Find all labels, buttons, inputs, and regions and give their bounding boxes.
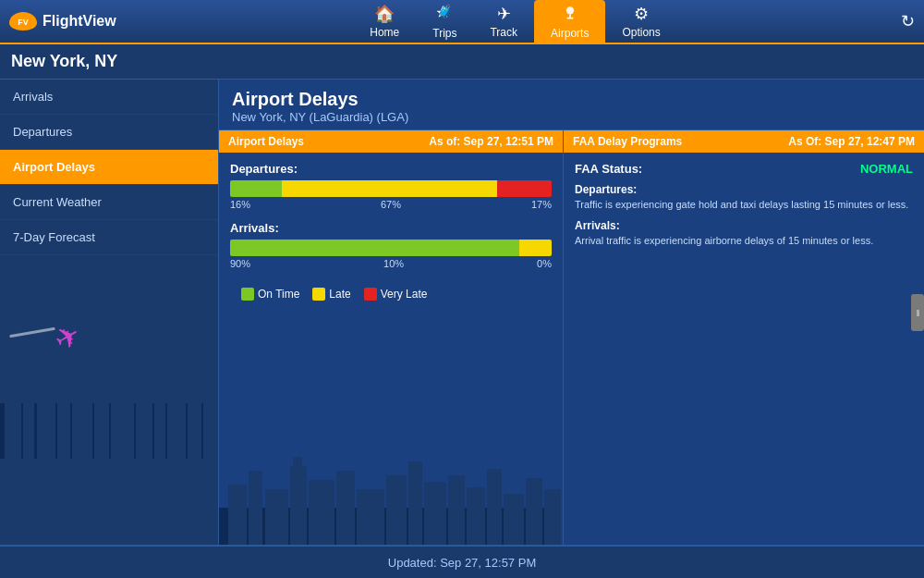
svg-rect-23 [265,489,288,545]
svg-rect-24 [290,466,307,545]
content-skyline-svg [219,415,561,545]
svg-rect-15 [136,383,152,459]
faa-arrivals-section: Arrivals: Arrival traffic is experiencin… [575,219,913,248]
header: FV FlightView 🏠 Home 🧳 Trips ✈ Track [0,0,924,44]
city-bar: New York, NY [0,44,924,80]
arrivals-green-bar [230,240,519,256]
logo-text: FlightView [43,13,116,30]
arrivals-bar-section: Arrivals: 90% 10% 0% [230,221,552,269]
page-subtitle: New York, NY (LaGuardia) (LGA) [232,110,911,124]
faa-arrivals-text: Arrival traffic is experiencing airborne… [575,234,913,248]
faa-delay-as-of: As Of: Sep 27, 12:47 PM [788,135,915,148]
departures-percentages: 16% 67% 17% [230,199,552,210]
delays-container: Airport Delays As of: Sep 27, 12:51 PM D… [219,130,924,545]
airport-delays-panel: Airport Delays As of: Sep 27, 12:51 PM D… [219,130,564,545]
svg-rect-17 [167,392,186,459]
svg-rect-32 [448,475,465,545]
legend-late: Late [312,288,350,301]
faa-delay-label: FAA Delay Programs [573,135,682,148]
svg-rect-25 [293,457,302,470]
svg-rect-29 [386,475,407,545]
legend-very-late-label: Very Late [381,288,428,301]
tab-trips-label: Trips [432,27,456,40]
logo-icon: FV [9,12,37,31]
departures-pct-red: 17% [531,199,552,210]
svg-rect-19 [203,399,218,459]
legend-green-box [241,288,254,301]
trips-icon: 🧳 [435,4,454,25]
nav-tabs: 🏠 Home 🧳 Trips ✈ Track [129,0,901,43]
legend-very-late: Very Late [364,288,428,301]
skyline-svg [0,329,218,459]
tab-home[interactable]: 🏠 Home [353,0,416,43]
svg-rect-22 [249,471,262,545]
tab-track[interactable]: ✈ Track [473,0,534,43]
departures-bar-section: Departures: 16% 67% 17% [230,162,552,210]
svg-rect-7 [5,385,21,459]
content-area: Airport Delays New York, NY (LaGuardia) … [219,80,924,545]
faa-delay-body: FAA Status: NORMAL Departures: Traffic i… [564,153,924,265]
sidebar-item-airport-delays[interactable]: Airport Delays [0,150,218,185]
refresh-button[interactable]: ↻ [901,11,915,31]
tab-trips[interactable]: 🧳 Trips [416,0,473,43]
svg-rect-21 [228,485,247,545]
departures-pct-yellow: 67% [381,199,401,210]
faa-status-label: FAA Status: [575,162,642,176]
arrivals-bar-label: Arrivals: [230,221,552,235]
svg-rect-11 [60,364,67,374]
home-icon: 🏠 [374,4,395,24]
tab-options-label: Options [622,26,660,39]
faa-delay-header: FAA Delay Programs As Of: Sep 27, 12:47 … [564,130,924,153]
faa-status-row: FAA Status: NORMAL [575,162,913,176]
main-layout: Arrivals Departures Airport Delays Curre… [0,80,924,545]
sidebar-item-arrivals[interactable]: Arrivals [0,80,218,115]
airport-delays-label: Airport Delays [228,135,304,148]
svg-rect-28 [357,489,384,545]
svg-rect-9 [37,394,55,459]
arrivals-pct-green: 90% [230,258,250,269]
airport-delays-as-of: As of: Sep 27, 12:51 PM [429,135,553,148]
svg-rect-10 [57,371,70,459]
svg-rect-31 [424,482,446,545]
faa-departures-section: Departures: Traffic is experiencing gate… [575,183,913,212]
tab-airports[interactable]: Airports [534,0,605,43]
airport-delays-header: Airport Delays As of: Sep 27, 12:51 PM [219,130,563,153]
departures-green-bar [230,180,282,197]
svg-rect-34 [487,469,502,545]
tab-track-label: Track [490,26,517,39]
page-title-area: Airport Delays New York, NY (LaGuardia) … [219,80,924,130]
options-icon: ⚙ [634,4,649,24]
svg-rect-27 [336,471,355,545]
svg-rect-13 [94,380,109,459]
svg-rect-33 [467,487,485,545]
svg-rect-14 [111,396,134,459]
legend-late-label: Late [329,288,350,301]
scroll-handle[interactable] [911,294,924,331]
svg-rect-35 [504,494,524,545]
airports-icon [561,4,579,25]
svg-text:🧳: 🧳 [437,4,454,19]
faa-departures-text: Traffic is experiencing gate hold and ta… [575,198,913,212]
logo: FV FlightView [9,12,129,31]
svg-text:FV: FV [18,18,29,27]
footer: Updated: Sep 27, 12:57 PM [0,545,924,578]
svg-rect-18 [188,387,201,459]
sidebar-item-7day-forecast[interactable]: 7-Day Forecast [0,220,218,255]
arrivals-bar-track [230,240,552,256]
svg-rect-16 [154,375,165,459]
footer-updated-text: Updated: Sep 27, 12:57 PM [388,556,536,570]
arrivals-pct-red: 0% [537,258,552,269]
sidebar: Arrivals Departures Airport Delays Curre… [0,80,219,545]
svg-rect-36 [526,478,542,545]
departures-bar-label: Departures: [230,162,552,176]
departures-pct-green: 16% [230,199,250,210]
svg-rect-12 [72,389,92,459]
tab-options[interactable]: ⚙ Options [605,0,676,43]
airport-delays-body: Departures: 16% 67% 17% [219,153,563,317]
arrivals-pct-yellow: 10% [383,258,404,269]
bar-legend: On Time Late Very Late [230,280,552,308]
svg-rect-8 [23,375,34,459]
tab-home-label: Home [370,26,399,39]
sidebar-item-departures[interactable]: Departures [0,115,218,150]
sidebar-item-current-weather[interactable]: Current Weather [0,185,218,220]
